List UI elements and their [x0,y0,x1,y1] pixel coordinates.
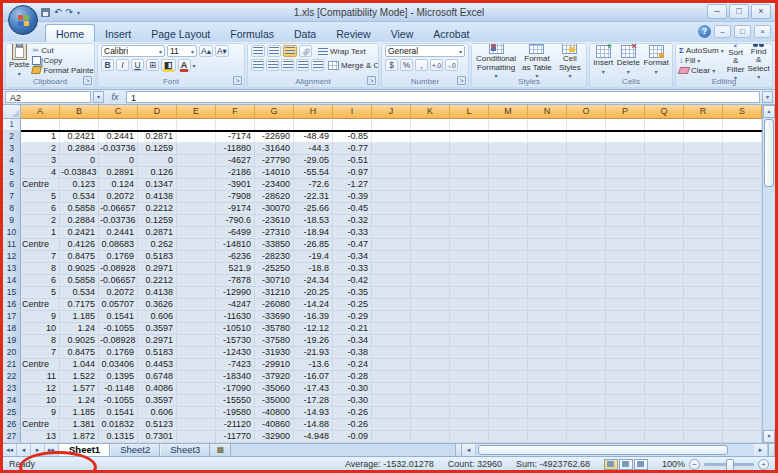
cell-O7[interactable] [567,191,606,203]
tab-home[interactable]: Home [45,24,95,42]
vertical-scroll-thumb[interactable] [764,119,774,187]
cell-I9[interactable]: -0.32 [333,215,372,227]
cell-N8[interactable] [528,203,567,215]
cell-C26[interactable]: 0.01832 [99,419,138,431]
cell-K23[interactable] [411,383,450,395]
column-header-L[interactable]: L [450,105,489,119]
cell-I24[interactable]: -0.30 [333,395,372,407]
cell-Q20[interactable] [645,347,684,359]
cell-P25[interactable] [606,407,645,419]
cell-O4[interactable] [567,155,606,167]
cell-J16[interactable] [372,299,411,311]
cell-C10[interactable]: 0.2441 [99,227,138,239]
cell-O23[interactable] [567,383,606,395]
row-header-8[interactable]: 8 [3,203,21,215]
alignment-dialog-launcher-icon[interactable]: ↘ [367,76,376,85]
cell-H24[interactable]: -17.28 [294,395,333,407]
cell-G16[interactable]: -26080 [255,299,294,311]
format-cells-button[interactable]: Format ▾ [643,45,668,76]
cell-I18[interactable]: -0.21 [333,323,372,335]
cell-D25[interactable]: 0.606 [138,407,177,419]
column-header-C[interactable]: C [99,105,138,119]
cell-C19[interactable]: -0.08928 [99,335,138,347]
cell-G4[interactable]: -27790 [255,155,294,167]
cell-B25[interactable]: 1.185 [60,407,99,419]
cell-C12[interactable]: 0.1769 [99,251,138,263]
cell-L17[interactable] [450,311,489,323]
cell-A24[interactable]: 10 [21,395,60,407]
cell-E7[interactable] [177,191,216,203]
cell-I26[interactable]: -0.26 [333,419,372,431]
cell-O14[interactable] [567,275,606,287]
cell-A11[interactable]: Centre [21,239,60,251]
cell-O5[interactable] [567,167,606,179]
cell-H9[interactable]: -18.53 [294,215,333,227]
column-header-S[interactable]: S [723,105,762,119]
cell-J17[interactable] [372,311,411,323]
cell-I15[interactable]: -0.35 [333,287,372,299]
cell-C18[interactable]: -0.1055 [99,323,138,335]
column-header-J[interactable]: J [372,105,411,119]
cell-Q11[interactable] [645,239,684,251]
cell-styles-button[interactable]: Cell Styles ▾ [557,43,583,80]
cell-I10[interactable]: -0.33 [333,227,372,239]
cell-R12[interactable] [684,251,723,263]
cell-E26[interactable] [177,419,216,431]
cell-F27[interactable]: -11770 [216,431,255,443]
cell-H7[interactable]: -22.31 [294,191,333,203]
cell-B8[interactable]: 0.5858 [60,203,99,215]
cell-P20[interactable] [606,347,645,359]
cell-D22[interactable]: 0.6748 [138,371,177,383]
cell-Q13[interactable] [645,263,684,275]
cell-J25[interactable] [372,407,411,419]
cell-B17[interactable]: 1.185 [60,311,99,323]
row-header-4[interactable]: 4 [3,155,21,167]
row-header-2[interactable]: 2 [3,131,21,143]
cell-D6[interactable]: 0.1347 [138,179,177,191]
cell-C2[interactable]: 0.2441 [99,131,138,143]
cell-H14[interactable]: -24.34 [294,275,333,287]
cell-N5[interactable] [528,167,567,179]
cell-P2[interactable] [606,131,645,143]
cell-O8[interactable] [567,203,606,215]
cell-R8[interactable] [684,203,723,215]
cell-D17[interactable]: 0.606 [138,311,177,323]
cell-N19[interactable] [528,335,567,347]
cell-S3[interactable] [723,143,762,155]
cell-A4[interactable]: 3 [21,155,60,167]
shrink-font-button[interactable]: A▾ [215,45,229,57]
page-break-view-button[interactable] [634,459,648,470]
cell-M11[interactable] [489,239,528,251]
cell-H10[interactable]: -18.94 [294,227,333,239]
cell-F20[interactable]: -12430 [216,347,255,359]
cell-I2[interactable]: -0.85 [333,131,372,143]
cell-F26[interactable]: -21120 [216,419,255,431]
cell-S6[interactable] [723,179,762,191]
sheet-tab-sheet3[interactable]: Sheet3 [160,444,210,456]
scroll-down-icon[interactable]: ▾ [763,430,775,443]
cell-O6[interactable] [567,179,606,191]
cell-L16[interactable] [450,299,489,311]
cell-G3[interactable]: -31640 [255,143,294,155]
cell-C7[interactable]: 0.2072 [99,191,138,203]
cell-C8[interactable]: -0.06657 [99,203,138,215]
cell-P5[interactable] [606,167,645,179]
row-header-23[interactable]: 23 [3,383,21,395]
row-header-17[interactable]: 17 [3,311,21,323]
fill-color-button[interactable]: ◧ [161,59,176,71]
cell-P8[interactable] [606,203,645,215]
cell-M27[interactable] [489,431,528,443]
cell-S15[interactable] [723,287,762,299]
paste-button[interactable]: Paste ▾ [9,43,29,78]
cell-N10[interactable] [528,227,567,239]
cell-N17[interactable] [528,311,567,323]
cell-S27[interactable] [723,431,762,443]
column-header-R[interactable]: R [684,105,723,119]
cell-J20[interactable] [372,347,411,359]
cell-F23[interactable]: -17090 [216,383,255,395]
cell-D15[interactable]: 0.4138 [138,287,177,299]
cell-E17[interactable] [177,311,216,323]
cell-G18[interactable]: -35780 [255,323,294,335]
customize-quick-access-icon[interactable]: ▾ [77,9,80,16]
cell-D3[interactable]: 0.1259 [138,143,177,155]
